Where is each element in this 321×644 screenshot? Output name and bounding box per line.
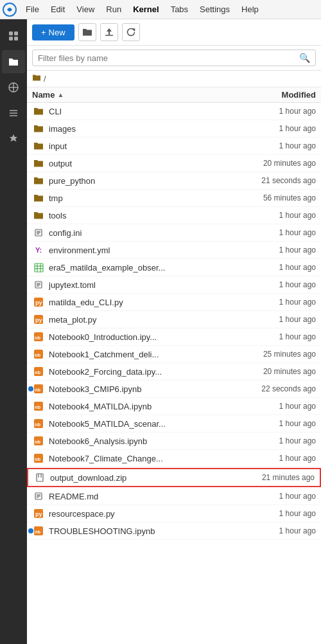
file-type-icon: Y: xyxy=(32,244,45,256)
file-row[interactable]: tools 1 hour ago xyxy=(27,207,321,224)
upload-button[interactable] xyxy=(100,23,118,41)
modified-dot-indicator xyxy=(28,528,33,533)
new-button[interactable]: + New xyxy=(32,24,74,40)
search-icon: 🔍 xyxy=(299,53,310,63)
file-name: Notebook1_Catchment_deli... xyxy=(49,350,232,359)
menu-file[interactable]: File xyxy=(21,3,44,15)
file-name: meta_plot.py xyxy=(49,315,232,325)
file-row[interactable]: tmp 56 minutes ago xyxy=(27,190,321,207)
svg-text:nb: nb xyxy=(35,387,41,393)
file-type-icon: py xyxy=(32,296,45,309)
file-modified: 56 minutes ago xyxy=(232,193,316,202)
svg-text:nb: nb xyxy=(35,422,41,427)
menu-settings[interactable]: Settings xyxy=(195,3,235,15)
file-name: tools xyxy=(49,211,232,220)
file-modified: 1 hour ago xyxy=(232,402,316,411)
file-name: era5_matilda_example_obser... xyxy=(49,263,232,273)
file-row[interactable]: Y: environment.yml 1 hour ago xyxy=(27,242,321,259)
file-modified: 1 hour ago xyxy=(232,107,316,116)
file-row[interactable]: jupytext.toml 1 hour ago xyxy=(27,276,321,294)
file-name: Notebook5_MATILDA_scenar... xyxy=(49,419,232,429)
file-row[interactable]: nb Notebook7_Climate_Change... 1 hour ag… xyxy=(27,450,321,467)
search-bar: 🔍 xyxy=(27,46,321,71)
file-row[interactable]: pure_python 21 seconds ago xyxy=(27,172,321,190)
svg-text:nb: nb xyxy=(35,404,41,410)
file-row[interactable]: output_download.zip 21 minutes ago xyxy=(27,468,321,487)
sidebar-item-extensions[interactable] xyxy=(2,127,25,150)
file-row[interactable]: images 1 hour ago xyxy=(27,120,321,138)
menubar: File Edit View Run Kernel Tabs Settings … xyxy=(0,0,321,19)
file-row[interactable]: py meta_plot.py 1 hour ago xyxy=(27,311,321,328)
file-name: tmp xyxy=(49,193,232,203)
file-row[interactable]: nb Notebook1_Catchment_deli... 25 minute… xyxy=(27,346,321,363)
menu-view[interactable]: View xyxy=(71,3,100,15)
svg-text:nb: nb xyxy=(35,370,41,375)
app-logo xyxy=(3,3,17,17)
file-row[interactable]: nb Notebook3_CMIP6.ipynb 22 seconds ago xyxy=(27,380,321,398)
svg-text:nb: nb xyxy=(35,529,41,535)
folder-icon xyxy=(32,73,41,84)
new-folder-button[interactable] xyxy=(78,23,96,41)
file-name: pure_python xyxy=(49,176,232,186)
plus-icon: + xyxy=(41,28,46,37)
file-row[interactable]: config.ini 1 hour ago xyxy=(27,224,321,242)
file-row[interactable]: nb Notebook0_Introduction.ipy... 1 hour … xyxy=(27,328,321,346)
menu-tabs[interactable]: Tabs xyxy=(166,3,193,15)
file-row[interactable]: nb Notebook2_Forcing_data.ipy... 20 minu… xyxy=(27,363,321,380)
file-name: Notebook0_Introduction.ipy... xyxy=(49,332,232,342)
menu-run[interactable]: Run xyxy=(101,3,126,15)
file-type-icon: nb xyxy=(32,348,45,361)
file-row[interactable]: output 20 minutes ago xyxy=(27,155,321,172)
svg-rect-47 xyxy=(37,474,43,481)
file-modified: 20 minutes ago xyxy=(232,367,316,376)
sidebar-item-files[interactable] xyxy=(2,24,25,48)
file-type-icon: nb xyxy=(32,400,45,413)
file-row[interactable]: input 1 hour ago xyxy=(27,138,321,155)
file-browser-toolbar: + New xyxy=(27,19,321,46)
file-type-icon xyxy=(32,278,45,291)
file-row[interactable]: nb TROUBLESHOOTING.ipynb 1 hour ago xyxy=(27,523,321,540)
breadcrumb: / xyxy=(27,71,321,87)
menu-edit[interactable]: Edit xyxy=(46,3,70,15)
refresh-button[interactable] xyxy=(122,23,140,41)
svg-rect-1 xyxy=(9,31,13,35)
file-modified: 22 seconds ago xyxy=(232,384,316,393)
file-name: TROUBLESHOOTING.ipynb xyxy=(49,526,232,536)
file-row[interactable]: nb Notebook6_Analysis.ipynb 1 hour ago xyxy=(27,433,321,450)
app-layout: + New xyxy=(0,19,321,644)
file-row[interactable]: era5_matilda_example_obser... 1 hour ago xyxy=(27,259,321,276)
file-modified: 1 hour ago xyxy=(232,509,316,518)
file-row[interactable]: nb Notebook4_MATILDA.ipynb 1 hour ago xyxy=(27,398,321,415)
file-name: Notebook2_Forcing_data.ipy... xyxy=(49,367,232,377)
file-row[interactable]: py matilda_edu_CLI.py 1 hour ago xyxy=(27,294,321,311)
file-type-icon xyxy=(33,471,46,484)
svg-rect-18 xyxy=(35,264,43,272)
file-row[interactable]: README.md 1 hour ago xyxy=(27,488,321,505)
search-input[interactable] xyxy=(38,53,295,63)
svg-text:py: py xyxy=(35,317,42,323)
file-row[interactable]: nb Notebook5_MATILDA_scenar... 1 hour ag… xyxy=(27,415,321,433)
search-input-wrapper[interactable]: 🔍 xyxy=(32,49,316,66)
file-type-icon xyxy=(32,139,45,152)
file-type-icon: nb xyxy=(32,382,45,395)
menu-help[interactable]: Help xyxy=(236,3,264,15)
file-row[interactable]: py resourcespace.py 1 hour ago xyxy=(27,505,321,523)
file-name: Notebook6_Analysis.ipynb xyxy=(49,436,232,446)
file-modified: 1 hour ago xyxy=(232,246,316,255)
svg-text:nb: nb xyxy=(35,352,41,358)
file-name: Notebook7_Climate_Change... xyxy=(49,454,232,463)
file-modified: 1 hour ago xyxy=(232,419,316,428)
file-list: CLI 1 hour ago images 1 hour ago input 1… xyxy=(27,103,321,644)
file-name: input xyxy=(49,141,232,151)
menu-kernel[interactable]: Kernel xyxy=(128,3,164,15)
file-row[interactable]: CLI 1 hour ago xyxy=(27,103,321,120)
sidebar-item-commands[interactable] xyxy=(2,102,25,125)
file-type-icon: nb xyxy=(32,365,45,378)
svg-rect-2 xyxy=(14,31,18,35)
file-type-icon xyxy=(32,192,45,204)
sidebar-item-running[interactable] xyxy=(2,76,25,99)
sidebar-item-folder[interactable] xyxy=(2,50,25,73)
file-type-icon xyxy=(32,490,45,503)
svg-rect-4 xyxy=(14,37,18,40)
svg-text:nb: nb xyxy=(35,439,41,445)
